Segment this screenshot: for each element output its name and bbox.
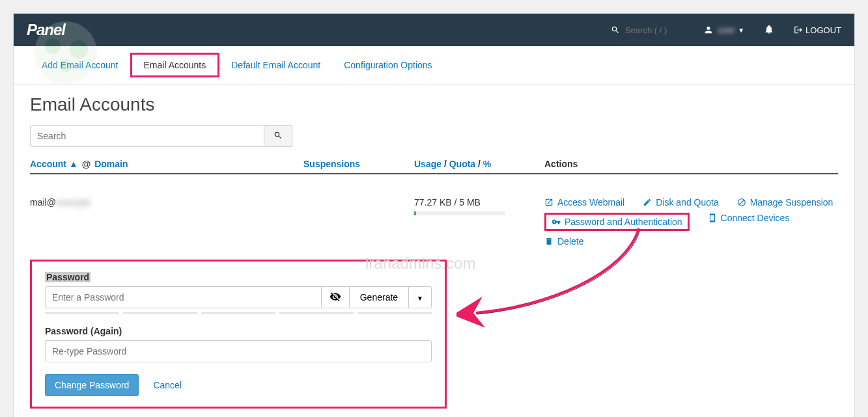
caret-down-icon: ▼ — [417, 295, 423, 302]
global-search-input[interactable] — [625, 25, 684, 35]
search-icon — [273, 131, 283, 140]
password-panel: Password Generate ▼ Password (Again) Cha… — [30, 260, 447, 409]
sort-arrow-icon: ▲ — [69, 159, 78, 169]
password-again-input[interactable] — [45, 340, 432, 362]
user-icon — [703, 25, 714, 35]
svg-point-0 — [35, 21, 97, 84]
password-strength-meter — [45, 312, 432, 314]
tab-email-accounts[interactable]: Email Accounts — [130, 53, 220, 77]
generate-dropdown[interactable]: ▼ — [409, 286, 432, 308]
action-disk-quota[interactable]: Disk and Quota — [643, 197, 719, 208]
global-search[interactable] — [611, 25, 684, 35]
cell-usage: 77.27 KB / 5 MB — [414, 197, 544, 247]
cell-suspensions — [303, 197, 414, 247]
user-menu[interactable]: user ▼ — [703, 25, 744, 35]
action-manage-suspension[interactable]: Manage Suspension — [737, 197, 833, 208]
key-icon — [552, 217, 561, 226]
trash-icon — [544, 237, 553, 246]
page-title: Email Accounts — [30, 94, 838, 115]
page-content: Email Accounts Account ▲ @ Domain Suspen… — [14, 85, 854, 417]
password-input[interactable] — [45, 286, 322, 308]
accounts-search-button[interactable] — [264, 125, 292, 147]
action-password-auth[interactable]: Password and Authentication — [544, 213, 690, 231]
col-actions: Actions — [544, 159, 838, 169]
toggle-visibility-button[interactable] — [322, 286, 350, 308]
topbar: Panel user ▼ LOGOUT — [14, 14, 854, 46]
generate-button[interactable]: Generate — [350, 286, 409, 308]
cell-email: mail@example — [30, 197, 303, 247]
table-row: mail@example 77.27 KB / 5 MB Access Webm… — [30, 174, 838, 253]
eye-off-icon — [329, 291, 341, 303]
device-icon — [708, 213, 717, 222]
user-name: user — [718, 25, 735, 35]
logout-label: LOGOUT — [805, 25, 841, 35]
logout-icon — [794, 25, 803, 34]
watermark-logo — [14, 20, 111, 85]
subnav: Add Email Account Email Accounts Default… — [14, 46, 854, 85]
table-header: Account ▲ @ Domain Suspensions Usage / Q… — [30, 159, 838, 174]
col-usage: Usage / Quota / % — [414, 159, 544, 169]
cancel-button[interactable]: Cancel — [153, 380, 182, 390]
svg-point-2 — [70, 40, 88, 59]
chevron-down-icon: ▼ — [738, 27, 744, 34]
external-link-icon — [544, 198, 553, 207]
ban-icon — [737, 198, 746, 207]
tab-default-email[interactable]: Default Email Account — [219, 55, 332, 75]
bell-icon — [764, 24, 774, 34]
password-again-label: Password (Again) — [45, 326, 432, 336]
tab-config-options[interactable]: Configuration Options — [332, 55, 443, 75]
action-delete[interactable]: Delete — [544, 236, 583, 247]
cell-actions: Access Webmail Disk and Quota Manage Sus… — [544, 197, 838, 247]
action-access-webmail[interactable]: Access Webmail — [544, 197, 624, 208]
col-account[interactable]: Account ▲ @ Domain — [30, 159, 303, 169]
col-suspensions[interactable]: Suspensions — [303, 159, 414, 169]
notifications-button[interactable] — [764, 24, 774, 36]
password-label: Password — [45, 272, 91, 282]
action-connect-devices[interactable]: Connect Devices — [708, 213, 790, 223]
change-password-button[interactable]: Change Password — [45, 374, 139, 396]
search-icon — [611, 25, 620, 34]
svg-point-3 — [59, 59, 72, 72]
usage-bar — [414, 211, 505, 215]
usage-text: 77.27 KB / 5 MB — [414, 197, 544, 208]
svg-point-1 — [45, 38, 61, 54]
accounts-search-input[interactable] — [30, 125, 264, 147]
logout-button[interactable]: LOGOUT — [794, 25, 841, 35]
pencil-icon — [643, 198, 652, 207]
